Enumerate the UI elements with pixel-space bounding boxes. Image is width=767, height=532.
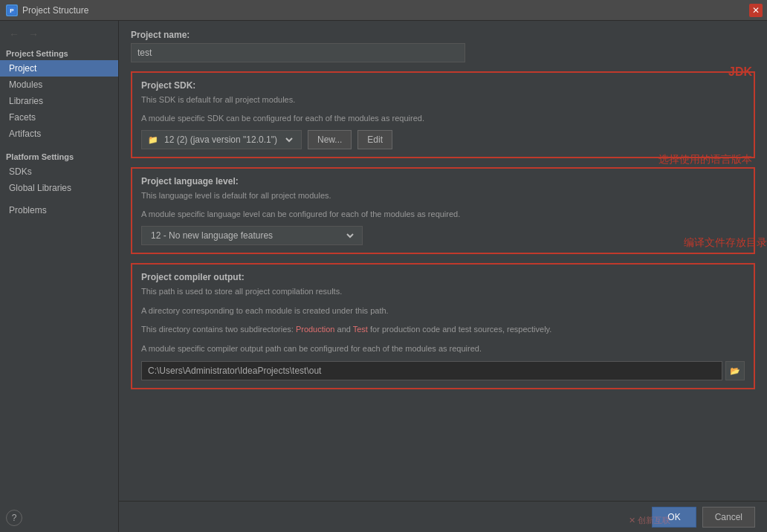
content-wrapper: Project name: Project SDK: This SDK is d… [119, 21, 767, 532]
compiler-desc4: A module specific compiler output path c… [141, 343, 745, 356]
help-button[interactable]: ? [6, 510, 22, 526]
platform-settings-section: Platform Settings SDKs Global Libraries [0, 148, 118, 196]
sdk-edit-button[interactable]: Edit [357, 130, 392, 149]
sdk-new-button[interactable]: New... [308, 130, 352, 149]
sidebar-item-facets[interactable]: Facets [0, 109, 118, 126]
back-arrow[interactable]: ← [6, 27, 22, 42]
language-desc2: A module specific language level can be … [141, 208, 745, 221]
compiler-desc1: This path is used to store all project c… [141, 285, 745, 299]
sdk-desc1: This SDK is default for all project modu… [141, 94, 745, 106]
language-level-panel: Project language level: This language le… [131, 167, 755, 254]
sdk-desc2: A module specific SDK can be configured … [141, 112, 745, 125]
compiler-output-panel: Project compiler output: This path is us… [131, 263, 755, 389]
sidebar-item-libraries[interactable]: Libraries [0, 93, 118, 109]
language-select[interactable]: 12 - No new language features [148, 230, 356, 241]
highlight-test: Test [353, 325, 368, 334]
sidebar-item-problems[interactable]: Problems [0, 202, 118, 218]
navigation-arrows: ← → [0, 24, 118, 45]
sidebar-bottom: ? [0, 504, 118, 532]
sidebar-item-project[interactable]: Project [0, 60, 118, 77]
language-select-box[interactable]: 12 - No new language features [141, 226, 363, 245]
sidebar: ← → Project Settings Project Modules Lib… [0, 21, 119, 532]
forward-arrow[interactable]: → [25, 27, 42, 42]
browse-folder-button[interactable]: 📂 [725, 361, 745, 380]
compiler-desc3: This directory contains two subdirectori… [141, 323, 745, 337]
project-name-input[interactable] [131, 43, 465, 62]
language-level-title: Project language level: [141, 176, 745, 186]
folder-icon: 📂 [730, 366, 740, 376]
sdk-panel: Project SDK: This SDK is default for all… [131, 71, 755, 158]
watermark: ✕ 创新互联 [629, 515, 670, 526]
sidebar-item-modules[interactable]: Modules [0, 77, 118, 93]
title-bar: P Project Structure ✕ [0, 0, 767, 21]
output-path-input[interactable] [141, 361, 722, 380]
svg-text:P: P [10, 7, 14, 14]
problems-section: Problems [0, 202, 118, 218]
bottom-bar: OK Cancel ✕ 创新互联 [119, 501, 767, 532]
language-dropdown-wrapper: 12 - No new language features [141, 226, 745, 245]
project-name-section: Project name: [131, 30, 755, 62]
sidebar-item-sdks[interactable]: SDKs [0, 163, 118, 180]
compiler-output-title: Project compiler output: [141, 272, 745, 282]
annotation-compiler: 编译文件存放目录 [684, 236, 767, 250]
sdk-row: 📁 12 (2) (java version "12.0.1") New... … [141, 130, 745, 149]
sidebar-item-global-libraries[interactable]: Global Libraries [0, 180, 118, 196]
highlight-production: Production [296, 325, 335, 334]
output-path-row: 📂 [141, 361, 745, 380]
project-name-label: Project name: [131, 30, 755, 40]
cancel-button[interactable]: Cancel [702, 507, 755, 528]
window-title: Project Structure [22, 5, 761, 16]
annotation-jdk: JDK [728, 65, 752, 79]
content-area: Project name: Project SDK: This SDK is d… [119, 21, 767, 532]
close-button[interactable]: ✕ [749, 4, 763, 17]
project-settings-label: Project Settings [0, 45, 118, 60]
app-icon: P [6, 4, 18, 16]
sdk-title: Project SDK: [141, 80, 745, 91]
main-container: ← → Project Settings Project Modules Lib… [0, 21, 767, 532]
sidebar-item-artifacts[interactable]: Artifacts [0, 126, 118, 142]
sdk-select[interactable]: 12 (2) (java version "12.0.1") [161, 134, 295, 146]
language-desc1: This language level is default for all p… [141, 189, 745, 202]
sdk-dropdown[interactable]: 📁 12 (2) (java version "12.0.1") [141, 130, 302, 149]
platform-settings-label: Platform Settings [0, 148, 118, 163]
compiler-desc2: A directory corresponding to each module… [141, 305, 745, 318]
annotation-lang: 选择使用的语言版本 [658, 153, 752, 166]
